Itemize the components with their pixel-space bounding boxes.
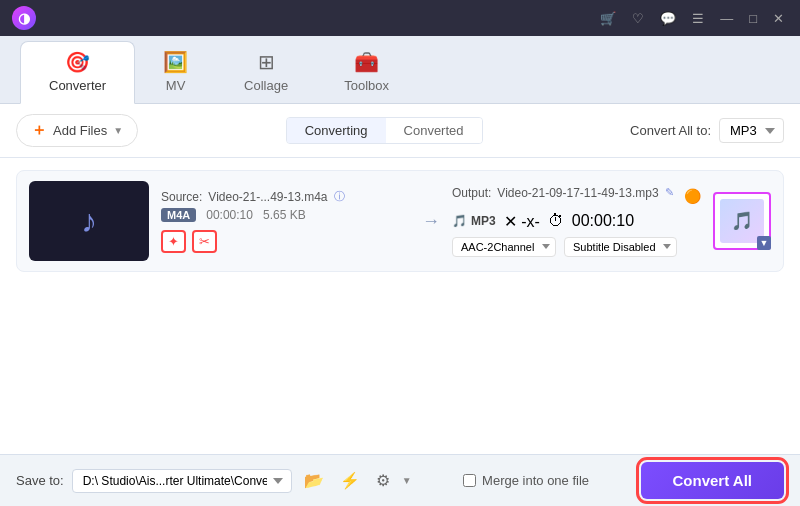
maximize-icon[interactable]: □ bbox=[745, 9, 761, 28]
preview-dropdown-arrow: ▼ bbox=[757, 236, 771, 250]
tab-collage[interactable]: ⊞ Collage bbox=[216, 42, 316, 103]
tab-toolbox[interactable]: 🧰 Toolbox bbox=[316, 42, 417, 103]
codec-row: AAC-2Channel AAC-Mono Subtitle Disabled … bbox=[452, 237, 701, 257]
output-top-row: Output: Video-21-09-17-11-49-13.mp3 ✎ 🟠 bbox=[452, 186, 701, 206]
status-tab-group: Converting Converted bbox=[286, 117, 483, 144]
merge-section: Merge into one file bbox=[463, 473, 589, 488]
mv-icon: 🖼️ bbox=[163, 50, 188, 74]
save-to-section: Save to: D:\ Studio\Ais...rter Ultimate\… bbox=[16, 467, 412, 494]
add-files-button[interactable]: ＋ Add Files ▼ bbox=[16, 114, 138, 147]
menu-icon[interactable]: ☰ bbox=[688, 9, 708, 28]
plus-icon: ＋ bbox=[31, 120, 47, 141]
output-label: Output: bbox=[452, 186, 491, 200]
file-thumbnail: ♪ bbox=[29, 181, 149, 261]
merge-label[interactable]: Merge into one file bbox=[482, 473, 589, 488]
folder-open-button[interactable]: 📂 bbox=[300, 467, 328, 494]
output-format-icon: 🎵 bbox=[452, 214, 467, 228]
collage-icon: ⊞ bbox=[258, 50, 275, 74]
source-row: Source: Video-21-...49-13.m4a ⓘ bbox=[161, 189, 410, 204]
effects-button[interactable]: ✦ bbox=[161, 230, 186, 253]
chat-icon[interactable]: 💬 bbox=[656, 9, 680, 28]
output-duration: 00:00:10 bbox=[572, 212, 634, 230]
music-note-icon: ♪ bbox=[81, 203, 97, 240]
source-format-badge: M4A bbox=[161, 208, 196, 222]
toolbox-icon: 🧰 bbox=[354, 50, 379, 74]
tab-converter-label: Converter bbox=[49, 78, 106, 93]
tab-collage-label: Collage bbox=[244, 78, 288, 93]
title-bar: ◑ 🛒 ♡ 💬 ☰ — □ ✕ bbox=[0, 0, 800, 36]
close-icon[interactable]: ✕ bbox=[769, 9, 788, 28]
add-files-label: Add Files bbox=[53, 123, 107, 138]
output-settings-row: 🎵 MP3 ✕ -x- ⏱ 00:00:10 bbox=[452, 212, 701, 231]
file-list: ♪ Source: Video-21-...49-13.m4a ⓘ M4A 00… bbox=[0, 158, 800, 284]
convert-all-to-label: Convert All to: bbox=[630, 123, 711, 138]
tab-converting[interactable]: Converting bbox=[287, 118, 386, 143]
preview-thumbnail[interactable]: 🎵 ▼ bbox=[713, 192, 771, 250]
converter-icon: 🎯 bbox=[65, 50, 90, 74]
output-info-icon[interactable]: 🟠 bbox=[684, 188, 701, 204]
source-info-icon[interactable]: ⓘ bbox=[334, 189, 345, 204]
save-to-label: Save to: bbox=[16, 473, 64, 488]
source-filename: Video-21-...49-13.m4a bbox=[208, 190, 327, 204]
convert-all-button[interactable]: Convert All bbox=[641, 462, 784, 499]
output-row: Output: Video-21-09-17-11-49-13.mp3 ✎ bbox=[452, 186, 674, 200]
tab-mv[interactable]: 🖼️ MV bbox=[135, 42, 216, 103]
output-format-label: MP3 bbox=[471, 214, 496, 228]
nav-bar: 🎯 Converter 🖼️ MV ⊞ Collage 🧰 Toolbox bbox=[0, 36, 800, 104]
file-meta: M4A 00:00:10 5.65 KB bbox=[161, 208, 410, 222]
title-bar-icons: 🛒 ♡ 💬 ☰ — □ ✕ bbox=[596, 9, 788, 28]
output-section: Output: Video-21-09-17-11-49-13.mp3 ✎ 🟠 … bbox=[452, 186, 701, 257]
output-size-indicator: ✕ -x- bbox=[504, 212, 540, 231]
output-filename: Video-21-09-17-11-49-13.mp3 bbox=[497, 186, 658, 200]
action-icons: ✦ ✂ bbox=[161, 230, 410, 253]
cart-icon[interactable]: 🛒 bbox=[596, 9, 620, 28]
save-path-select[interactable]: D:\ Studio\Ais...rter Ultimate\Converted bbox=[72, 469, 292, 493]
heart-icon[interactable]: ♡ bbox=[628, 9, 648, 28]
merge-checkbox[interactable] bbox=[463, 474, 476, 487]
clock-icon: ⏱ bbox=[548, 212, 564, 230]
tab-toolbox-label: Toolbox bbox=[344, 78, 389, 93]
codec-select[interactable]: AAC-2Channel AAC-Mono bbox=[452, 237, 556, 257]
app-logo: ◑ bbox=[12, 6, 36, 30]
tab-mv-label: MV bbox=[166, 78, 186, 93]
output-format-select[interactable]: MP3 MP4 AVI MKV bbox=[719, 118, 784, 143]
flash-button[interactable]: ⚡ bbox=[336, 467, 364, 494]
output-format-display: 🎵 MP3 bbox=[452, 214, 496, 228]
toolbar: ＋ Add Files ▼ Converting Converted Conve… bbox=[0, 104, 800, 158]
settings-button[interactable]: ⚙ bbox=[372, 467, 394, 494]
tab-converter[interactable]: 🎯 Converter bbox=[20, 41, 135, 104]
main-content: ＋ Add Files ▼ Converting Converted Conve… bbox=[0, 104, 800, 454]
file-size: 5.65 KB bbox=[263, 208, 306, 222]
preview-music-icon: 🎵 bbox=[731, 210, 753, 232]
file-item: ♪ Source: Video-21-...49-13.m4a ⓘ M4A 00… bbox=[16, 170, 784, 272]
edit-output-icon[interactable]: ✎ bbox=[665, 186, 674, 199]
tab-converted[interactable]: Converted bbox=[386, 118, 482, 143]
subtitle-select[interactable]: Subtitle Disabled Subtitle Enabled bbox=[564, 237, 677, 257]
file-info: Source: Video-21-...49-13.m4a ⓘ M4A 00:0… bbox=[161, 189, 410, 253]
convert-all-to-section: Convert All to: MP3 MP4 AVI MKV bbox=[630, 118, 784, 143]
bottom-bar: Save to: D:\ Studio\Ais...rter Ultimate\… bbox=[0, 454, 800, 506]
save-options-arrow: ▼ bbox=[402, 475, 412, 486]
source-label: Source: bbox=[161, 190, 202, 204]
minimize-icon[interactable]: — bbox=[716, 9, 737, 28]
cut-button[interactable]: ✂ bbox=[192, 230, 217, 253]
arrow-icon: → bbox=[422, 211, 440, 232]
file-duration: 00:00:10 bbox=[206, 208, 253, 222]
add-files-dropdown-icon: ▼ bbox=[113, 125, 123, 136]
